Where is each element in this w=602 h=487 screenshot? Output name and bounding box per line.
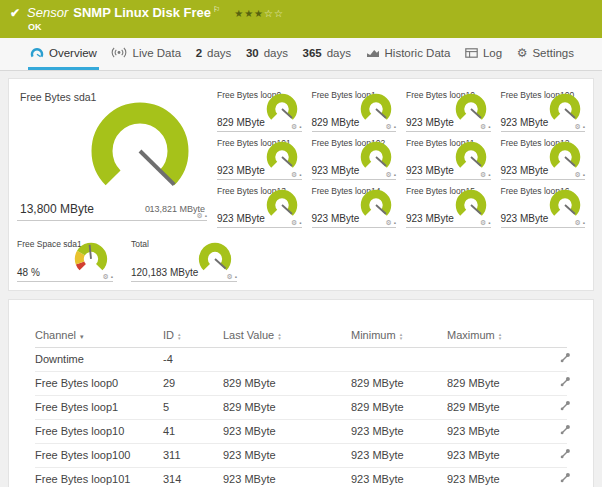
gear-icon[interactable]: ⚙ xyxy=(291,123,297,130)
tab-label: Historic Data xyxy=(385,47,451,59)
cell-id: 311 xyxy=(163,444,223,468)
column-header-minimum[interactable]: Minimum▴▾ xyxy=(351,324,447,348)
column-header-last-value[interactable]: Last Value▴▾ xyxy=(223,324,351,348)
cell-channel: Downtime xyxy=(35,348,163,372)
channel-settings-icon[interactable] xyxy=(559,400,571,412)
channel-settings-icon[interactable] xyxy=(559,376,571,388)
marker-icon[interactable]: ▪ xyxy=(299,220,301,226)
marker-icon[interactable]: ▪ xyxy=(583,124,585,130)
cell-last-value xyxy=(223,348,351,372)
gauge-tile-value: 923 MByte xyxy=(501,117,549,128)
gear-icon[interactable]: ⚙ xyxy=(480,219,486,226)
marker-icon[interactable]: ▪ xyxy=(394,220,396,226)
channel-gauge-tile: Free Bytes loop101 923 MByte ⚙▪ xyxy=(217,135,302,180)
channel-gauge-tile: Free Bytes loop15 923 MByte ⚙▪ xyxy=(406,183,491,228)
cell-maximum: 923 MByte xyxy=(447,444,559,468)
log-icon xyxy=(465,48,478,58)
marker-icon[interactable]: ▪ xyxy=(394,124,396,130)
gauge-tile-value: 923 MByte xyxy=(406,213,454,224)
gauge-tile-value: 923 MByte xyxy=(501,213,549,224)
cell-minimum: 923 MByte xyxy=(351,420,447,444)
marker-icon[interactable]: ▪ xyxy=(205,213,207,219)
gear-icon[interactable]: ⚙ xyxy=(480,123,486,130)
marker-icon[interactable]: ▪ xyxy=(299,172,301,178)
tile-icons: ⚙▪ xyxy=(575,171,585,178)
tab-live-data[interactable]: Live Data xyxy=(109,38,183,70)
tab-label: days xyxy=(327,47,351,59)
page-title: SNMP Linux Disk Free xyxy=(73,5,211,20)
column-header-id[interactable]: ID▴▾ xyxy=(163,324,223,348)
channel-settings-icon[interactable] xyxy=(559,448,571,460)
gear-icon[interactable]: ⚙ xyxy=(575,171,581,178)
channel-settings-icon[interactable] xyxy=(559,352,571,364)
marker-icon[interactable]: ▪ xyxy=(299,124,301,130)
primary-gauge-tile: Free Bytes sda1 13,800 MByte 0 13,821 MB… xyxy=(17,85,207,221)
gear-icon[interactable]: ⚙ xyxy=(575,219,581,226)
gear-icon[interactable]: ⚙ xyxy=(386,171,392,178)
primary-gauge xyxy=(79,97,201,201)
status-badge: OK xyxy=(28,22,42,32)
object-kind-label: Sensor xyxy=(27,5,68,20)
gauges-panel: Free Bytes sda1 13,800 MByte 0 13,821 MB… xyxy=(8,78,594,291)
gear-icon[interactable]: ⚙ xyxy=(103,273,109,280)
cell-last-value: 829 MByte xyxy=(223,396,351,420)
tab-historic-data[interactable]: Historic Data xyxy=(364,38,453,70)
column-header-settings xyxy=(559,324,567,348)
sort-icon: ▴▾ xyxy=(178,332,181,341)
marker-icon[interactable]: ▪ xyxy=(488,172,490,178)
table-row: Free Bytes loop15829 MByte829 MByte829 M… xyxy=(35,396,567,420)
stars-filled: ★★★ xyxy=(234,8,264,19)
status-check-icon: ✔ xyxy=(10,6,20,20)
gear-icon[interactable]: ⚙ xyxy=(386,123,392,130)
gear-icon[interactable]: ⚙ xyxy=(197,212,203,219)
cell-minimum: 829 MByte xyxy=(351,396,447,420)
gear-icon[interactable]: ⚙ xyxy=(227,273,233,280)
marker-icon[interactable]: ▪ xyxy=(111,274,113,280)
marker-icon[interactable]: ▪ xyxy=(583,220,585,226)
channel-gauge-tile: Free Bytes loop13 923 MByte ⚙▪ xyxy=(217,183,302,228)
column-header-maximum[interactable]: Maximum▴▾ xyxy=(447,324,559,348)
marker-icon[interactable]: ▪ xyxy=(488,124,490,130)
channel-gauge xyxy=(547,189,583,223)
table-row: Free Bytes loop1041923 MByte923 MByte923… xyxy=(35,420,567,444)
gear-icon[interactable]: ⚙ xyxy=(291,219,297,226)
channel-settings-icon[interactable] xyxy=(559,424,571,436)
channel-gauge-tile: Free Bytes loop102 923 MByte ⚙▪ xyxy=(312,135,397,180)
tile-icons: ⚙▪ xyxy=(480,123,490,130)
tab-365-days[interactable]: 365 days xyxy=(301,38,353,70)
marker-icon[interactable]: ▪ xyxy=(394,172,396,178)
marker-icon[interactable]: ▪ xyxy=(583,172,585,178)
channel-gauge xyxy=(547,141,583,175)
free-space-gauge-tile: Free Space sda1 48 % ⚙▪ xyxy=(17,236,113,282)
column-header-channel[interactable]: Channel▾ xyxy=(35,324,163,348)
gear-icon[interactable]: ⚙ xyxy=(575,123,581,130)
tab-log[interactable]: Log xyxy=(463,38,504,70)
tab-label: days xyxy=(264,47,288,59)
cell-minimum: 829 MByte xyxy=(351,372,447,396)
tab-number: 365 xyxy=(303,47,322,59)
marker-icon[interactable]: ▪ xyxy=(488,220,490,226)
channel-gauge-tile: Free Bytes loop100 923 MByte ⚙▪ xyxy=(501,87,586,132)
tile-icons: ⚙▪ xyxy=(575,123,585,130)
sort-icon: ▴▾ xyxy=(400,332,403,341)
gear-icon[interactable]: ⚙ xyxy=(291,171,297,178)
channel-settings-cell xyxy=(559,468,567,487)
tab-2-days[interactable]: 2 days xyxy=(194,38,234,70)
tab-settings[interactable]: ⚙ Settings xyxy=(515,38,576,70)
gear-icon[interactable]: ⚙ xyxy=(480,171,486,178)
marker-icon[interactable]: ▪ xyxy=(235,274,237,280)
gear-icon: ⚙ xyxy=(517,47,528,59)
live-icon xyxy=(111,47,127,58)
gear-icon[interactable]: ⚙ xyxy=(386,219,392,226)
channel-settings-icon[interactable] xyxy=(559,472,571,484)
stars-empty: ☆☆ xyxy=(264,8,284,19)
cell-id: 5 xyxy=(163,396,223,420)
channel-gauge xyxy=(264,141,300,175)
tab-overview[interactable]: Overview xyxy=(28,38,99,70)
cell-maximum xyxy=(447,348,559,372)
priority-stars[interactable]: ★★★☆☆ xyxy=(234,8,284,19)
cell-channel: Free Bytes loop0 xyxy=(35,372,163,396)
cell-last-value: 923 MByte xyxy=(223,468,351,487)
tile-icons: ⚙▪ xyxy=(291,219,301,226)
tab-30-days[interactable]: 30 days xyxy=(244,38,290,70)
